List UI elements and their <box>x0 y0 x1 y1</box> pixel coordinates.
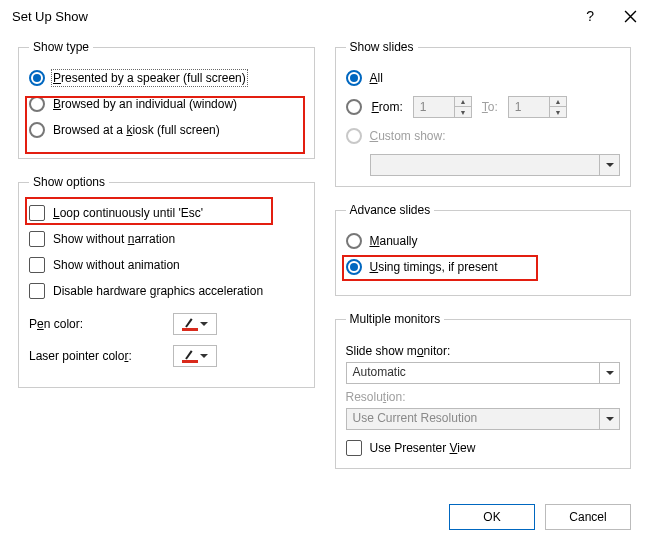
checkbox-icon <box>346 440 362 456</box>
resolution-label: Resolution: <box>346 390 621 404</box>
to-label: To: <box>482 100 498 114</box>
spin-up-icon[interactable]: ▲ <box>455 97 471 107</box>
legend-advance: Advance slides <box>346 203 435 217</box>
titlebar-buttons: ? <box>586 8 637 24</box>
radio-icon <box>346 99 362 115</box>
group-advance-slides: Advance slides Manually Using timings, i… <box>335 203 632 296</box>
checkbox-label: Disable hardware graphics acceleration <box>53 284 263 298</box>
cancel-button[interactable]: Cancel <box>545 504 631 530</box>
checkbox-icon <box>29 257 45 273</box>
radio-from-to[interactable]: From: ▲▼ To: ▲▼ <box>346 96 621 118</box>
check-no-narration[interactable]: Show without narration <box>29 231 304 247</box>
monitor-label: Slide show monitor: <box>346 344 621 358</box>
checkbox-icon <box>29 283 45 299</box>
group-show-slides: Show slides All From: ▲▼ To: ▲▼ <box>335 40 632 187</box>
radio-icon <box>29 96 45 112</box>
radio-all-slides[interactable]: All <box>346 70 621 86</box>
dialog-title: Set Up Show <box>12 9 88 24</box>
custom-show-select <box>370 154 621 176</box>
checkbox-label: Use Presenter View <box>370 441 476 455</box>
group-show-options: Show options Loop continuously until 'Es… <box>18 175 315 388</box>
legend-show-type: Show type <box>29 40 93 54</box>
chevron-down-icon <box>606 371 614 375</box>
spin-down-icon[interactable]: ▼ <box>455 107 471 117</box>
group-multiple-monitors: Multiple monitors Slide show monitor: Au… <box>335 312 632 469</box>
checkbox-icon <box>29 205 45 221</box>
spin-up-icon[interactable]: ▲ <box>550 97 566 107</box>
select-value <box>371 155 600 175</box>
check-loop-esc[interactable]: Loop continuously until 'Esc' <box>29 205 304 221</box>
group-show-type: Show type Presented by a speaker (full s… <box>18 40 315 159</box>
radio-label: Custom show: <box>370 129 446 143</box>
pen-color-button[interactable] <box>173 313 217 335</box>
checkbox-label: Loop continuously until 'Esc' <box>53 206 203 220</box>
radio-icon <box>346 128 362 144</box>
radio-label: Presented by a speaker (full screen) <box>53 71 246 85</box>
select-value: Automatic <box>347 363 600 383</box>
radio-presented-speaker[interactable]: Presented by a speaker (full screen) <box>29 70 304 86</box>
select-value: Use Current Resolution <box>347 409 600 429</box>
pen-color-row: Pen color: <box>29 313 304 335</box>
radio-icon <box>346 233 362 249</box>
to-spinbox[interactable]: ▲▼ <box>508 96 567 118</box>
monitor-select[interactable]: Automatic <box>346 362 621 384</box>
close-icon[interactable] <box>624 10 637 23</box>
laser-icon <box>182 349 198 363</box>
spin-down-icon[interactable]: ▼ <box>550 107 566 117</box>
check-no-animation[interactable]: Show without animation <box>29 257 304 273</box>
radio-icon <box>29 122 45 138</box>
chevron-down-icon <box>200 354 208 358</box>
ok-button[interactable]: OK <box>449 504 535 530</box>
check-presenter-view[interactable]: Use Presenter View <box>346 440 621 456</box>
radio-browsed-kiosk[interactable]: Browsed at a kiosk (full screen) <box>29 122 304 138</box>
radio-label: Browsed by an individual (window) <box>53 97 237 111</box>
radio-custom-show: Custom show: <box>346 128 621 144</box>
laser-color-button[interactable] <box>173 345 217 367</box>
radio-manually[interactable]: Manually <box>346 233 621 249</box>
resolution-select: Use Current Resolution <box>346 408 621 430</box>
legend-monitors: Multiple monitors <box>346 312 445 326</box>
radio-browsed-individual[interactable]: Browsed by an individual (window) <box>29 96 304 112</box>
chevron-down-icon <box>606 163 614 167</box>
dialog-footer: OK Cancel <box>449 504 631 530</box>
checkbox-icon <box>29 231 45 247</box>
check-disable-hw[interactable]: Disable hardware graphics acceleration <box>29 283 304 299</box>
radio-label: All <box>370 71 383 85</box>
from-label: From: <box>372 100 403 114</box>
from-input[interactable] <box>414 97 454 117</box>
to-input[interactable] <box>509 97 549 117</box>
checkbox-label: Show without narration <box>53 232 175 246</box>
help-icon[interactable]: ? <box>586 8 594 24</box>
from-spinbox[interactable]: ▲▼ <box>413 96 472 118</box>
titlebar: Set Up Show ? <box>0 0 649 30</box>
pen-color-label: Pen color: <box>29 317 159 331</box>
chevron-down-icon <box>200 322 208 326</box>
radio-label: Manually <box>370 234 418 248</box>
chevron-down-icon <box>606 417 614 421</box>
legend-show-options: Show options <box>29 175 109 189</box>
radio-using-timings[interactable]: Using timings, if present <box>346 259 621 275</box>
checkbox-label: Show without animation <box>53 258 180 272</box>
pen-icon <box>182 317 198 331</box>
laser-color-row: Laser pointer color: <box>29 345 304 367</box>
radio-icon <box>346 259 362 275</box>
radio-icon <box>346 70 362 86</box>
radio-label: Browsed at a kiosk (full screen) <box>53 123 220 137</box>
legend-show-slides: Show slides <box>346 40 418 54</box>
laser-color-label: Laser pointer color: <box>29 349 159 363</box>
radio-label: Using timings, if present <box>370 260 498 274</box>
radio-icon <box>29 70 45 86</box>
